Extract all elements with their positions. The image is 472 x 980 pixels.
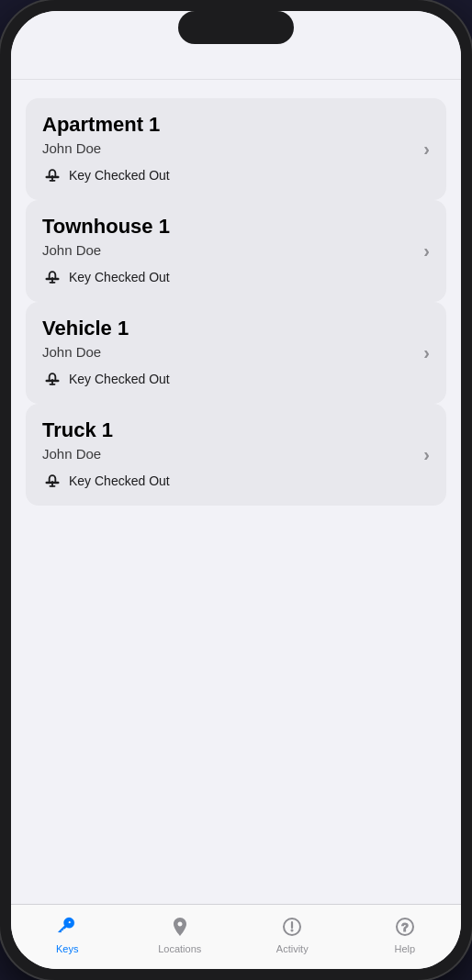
key-person: John Doe: [42, 446, 423, 462]
nav-bar: [11, 61, 461, 80]
key-person: John Doe: [42, 242, 423, 258]
key-checked-out-icon: [42, 471, 62, 491]
key-status-label: Key Checked Out: [69, 168, 170, 183]
key-person: John Doe: [42, 344, 423, 360]
key-person: John Doe: [42, 140, 423, 156]
key-status: Key Checked Out: [42, 471, 423, 491]
key-card-content: Townhouse 1 John Doe Key Checked Out: [42, 215, 423, 287]
tab-keys[interactable]: Keys: [11, 914, 124, 954]
phone-screen: Apartment 1 John Doe Key Checked Out › T…: [11, 11, 461, 969]
key-card[interactable]: Vehicle 1 John Doe Key Checked Out ›: [26, 302, 446, 404]
tab-help-label: Help: [394, 943, 415, 954]
locations-tab-icon: [167, 914, 193, 940]
key-name: Truck 1: [42, 418, 423, 442]
svg-point-4: [68, 921, 71, 924]
key-card-content: Apartment 1 John Doe Key Checked Out: [42, 113, 423, 185]
key-checked-out-icon: [42, 165, 62, 185]
svg-text:?: ?: [401, 920, 409, 934]
key-name: Vehicle 1: [42, 317, 423, 340]
tab-locations[interactable]: Locations: [124, 914, 237, 954]
key-status: Key Checked Out: [42, 267, 423, 287]
chevron-right-icon: ›: [423, 342, 430, 363]
svg-point-7: [291, 930, 293, 931]
tab-activity-label: Activity: [276, 943, 309, 954]
key-card[interactable]: Apartment 1 John Doe Key Checked Out ›: [26, 98, 446, 200]
activity-tab-icon: [279, 914, 305, 940]
chevron-right-icon: ›: [423, 240, 430, 262]
key-name: Townhouse 1: [42, 215, 423, 239]
notch: [178, 11, 294, 44]
phone-frame: Apartment 1 John Doe Key Checked Out › T…: [0, 0, 472, 980]
key-card[interactable]: Truck 1 John Doe Key Checked Out ›: [26, 404, 446, 506]
key-card-content: Vehicle 1 John Doe Key Checked Out: [42, 317, 423, 389]
keys-list: Apartment 1 John Doe Key Checked Out › T…: [11, 80, 461, 904]
key-status: Key Checked Out: [42, 165, 423, 185]
tab-keys-label: Keys: [56, 943, 78, 954]
tab-locations-label: Locations: [158, 943, 201, 954]
key-cards-container: Apartment 1 John Doe Key Checked Out › T…: [26, 98, 446, 506]
tab-activity[interactable]: Activity: [236, 914, 349, 954]
key-name: Apartment 1: [42, 113, 423, 137]
key-card[interactable]: Townhouse 1 John Doe Key Checked Out ›: [26, 200, 446, 302]
key-status: Key Checked Out: [42, 369, 423, 389]
chevron-right-icon: ›: [423, 444, 430, 465]
key-status-label: Key Checked Out: [69, 473, 170, 488]
help-tab-icon: ?: [392, 914, 418, 940]
key-card-content: Truck 1 John Doe Key Checked Out: [42, 418, 423, 491]
key-status-label: Key Checked Out: [69, 372, 170, 386]
chevron-right-icon: ›: [423, 139, 430, 160]
keys-tab-icon: [54, 914, 80, 940]
key-checked-out-icon: [42, 267, 62, 287]
tab-bar: Keys Locations Activit: [11, 904, 461, 969]
key-status-label: Key Checked Out: [69, 270, 170, 284]
tab-help[interactable]: ? Help: [349, 914, 462, 954]
key-checked-out-icon: [42, 369, 62, 389]
